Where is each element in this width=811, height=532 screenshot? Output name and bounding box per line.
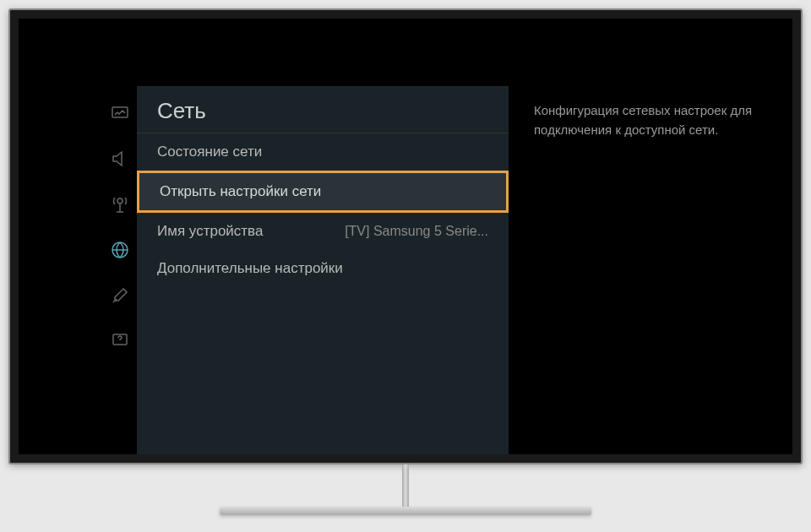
menu-item-value: [TV] Samsung 5 Serie... (345, 224, 488, 239)
menu-container: Сеть Состояние сети Открыть настройки се… (19, 86, 792, 454)
menu-item-label: Состояние сети (157, 144, 262, 160)
sound-icon[interactable] (110, 149, 130, 169)
tv-screen: Сеть Состояние сети Открыть настройки се… (19, 19, 792, 454)
help-text: Конфигурация сетевых настроек для подклю… (534, 101, 767, 139)
tv-stand-base (220, 507, 591, 515)
network-icon[interactable] (110, 240, 130, 260)
help-panel: Конфигурация сетевых настроек для подклю… (509, 86, 792, 454)
svg-point-1 (117, 198, 122, 204)
menu-title: Сеть (137, 86, 509, 133)
general-icon[interactable] (110, 285, 130, 306)
menu-item-label: Дополнительные настройки (157, 260, 343, 277)
menu-item-network-status[interactable]: Состояние сети (137, 133, 509, 171)
tv-frame: Сеть Состояние сети Открыть настройки се… (8, 8, 803, 464)
menu-item-device-name[interactable]: Имя устройства [TV] Samsung 5 Serie... (137, 213, 509, 250)
menu-item-open-network-settings[interactable]: Открыть настройки сети (137, 171, 509, 213)
settings-sidebar (19, 86, 137, 454)
support-icon[interactable] (110, 331, 130, 351)
menu-item-label: Открыть настройки сети (160, 183, 321, 200)
picture-icon[interactable] (110, 103, 130, 123)
menu-item-label: Имя устройства (157, 223, 263, 240)
main-menu: Сеть Состояние сети Открыть настройки се… (137, 86, 509, 454)
menu-item-expert-settings[interactable]: Дополнительные настройки (137, 250, 509, 287)
tv-stand-neck (402, 464, 409, 507)
broadcast-icon[interactable] (110, 194, 130, 214)
